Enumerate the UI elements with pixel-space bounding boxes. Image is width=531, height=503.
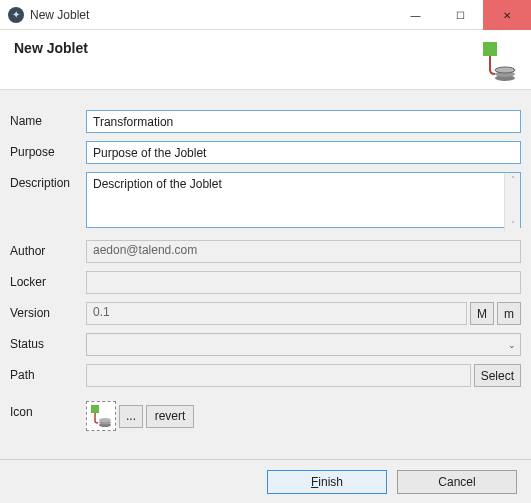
icon-label: Icon	[10, 401, 86, 419]
row-version: Version 0.1 M m	[10, 302, 521, 325]
joblet-icon	[475, 40, 517, 82]
finish-button[interactable]: Finish	[267, 470, 387, 494]
icon-revert-button[interactable]: revert	[146, 405, 194, 428]
finish-label-post: inish	[318, 475, 343, 489]
page-title: New Joblet	[14, 40, 88, 56]
cancel-button[interactable]: Cancel	[397, 470, 517, 494]
titlebar: ✦ New Joblet — ☐ ✕	[0, 0, 531, 30]
description-label: Description	[10, 172, 86, 190]
maximize-button[interactable]: ☐	[438, 0, 483, 30]
chevron-down-icon: ⌄	[508, 340, 516, 350]
name-input[interactable]	[86, 110, 521, 133]
locker-field	[86, 271, 521, 294]
icon-browse-button[interactable]: ...	[119, 405, 143, 428]
chevron-down-icon: ˅	[511, 220, 515, 229]
version-field: 0.1	[86, 302, 467, 325]
version-major-button[interactable]: M	[470, 302, 494, 325]
window-title: New Joblet	[30, 8, 393, 22]
path-label: Path	[10, 364, 86, 382]
close-button[interactable]: ✕	[483, 0, 531, 30]
row-locker: Locker	[10, 271, 521, 294]
name-label: Name	[10, 110, 86, 128]
window-buttons: — ☐ ✕	[393, 0, 531, 29]
app-icon: ✦	[8, 7, 24, 23]
version-minor-button[interactable]: m	[497, 302, 521, 325]
dialog-footer: Finish Cancel	[0, 459, 531, 503]
row-status: Status ⌄	[10, 333, 521, 356]
row-purpose: Purpose	[10, 141, 521, 164]
chevron-up-icon: ˄	[511, 175, 515, 184]
row-name: Name	[10, 110, 521, 133]
textarea-scrollbar[interactable]: ˄ ˅	[504, 173, 520, 231]
version-label: Version	[10, 302, 86, 320]
row-path: Path Select	[10, 364, 521, 387]
icon-preview	[86, 401, 116, 431]
purpose-input[interactable]	[86, 141, 521, 164]
finish-label-u: F	[311, 475, 318, 489]
svg-rect-0	[483, 42, 497, 56]
row-description: Description Description of the Joblet ˄ …	[10, 172, 521, 232]
dialog-header: New Joblet	[0, 30, 531, 90]
minimize-button[interactable]: —	[393, 0, 438, 30]
locker-label: Locker	[10, 271, 86, 289]
svg-rect-5	[91, 405, 99, 413]
form-area: Name Purpose Description Description of …	[0, 90, 531, 449]
status-label: Status	[10, 333, 86, 351]
path-field	[86, 364, 471, 387]
purpose-label: Purpose	[10, 141, 86, 159]
path-select-button[interactable]: Select	[474, 364, 521, 387]
row-icon: Icon ... revert	[10, 401, 521, 431]
author-label: Author	[10, 240, 86, 258]
row-author: Author aedon@talend.com	[10, 240, 521, 263]
author-field: aedon@talend.com	[86, 240, 521, 263]
status-dropdown[interactable]: ⌄	[86, 333, 521, 356]
description-textarea[interactable]: Description of the Joblet	[86, 172, 521, 228]
svg-point-8	[99, 418, 111, 422]
